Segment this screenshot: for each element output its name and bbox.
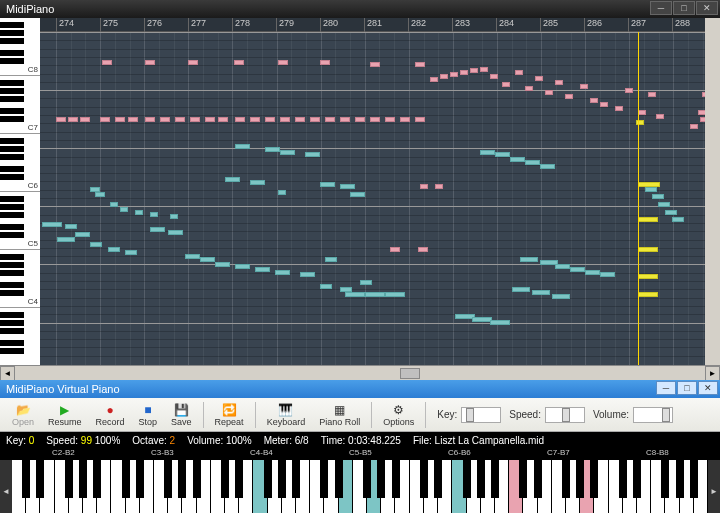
midi-note[interactable] [128,117,138,122]
midi-note[interactable] [440,74,448,79]
midi-note[interactable] [625,88,633,93]
midi-note[interactable] [340,184,355,189]
midi-note[interactable] [472,317,492,322]
midi-note[interactable] [638,217,658,222]
piano-roll-ruler[interactable]: 2742752762772782792802812822832842852862… [40,18,720,32]
close-button[interactable]: ✕ [696,1,718,15]
black-key[interactable] [661,460,669,498]
midi-note[interactable] [532,290,550,295]
midi-note[interactable] [450,72,458,77]
midi-note[interactable] [235,264,250,269]
midi-note[interactable] [600,272,615,277]
options-button[interactable]: ⚙Options [377,401,420,429]
resume-button[interactable]: ▶Resume [42,401,88,429]
midi-note[interactable] [545,90,553,95]
black-key[interactable] [576,460,584,498]
vp-close-button[interactable]: ✕ [698,381,718,395]
midi-note[interactable] [80,117,90,122]
midi-note[interactable] [265,147,280,152]
midi-note[interactable] [278,60,288,65]
midi-note[interactable] [540,164,555,169]
black-key[interactable] [363,460,371,498]
midi-note[interactable] [525,160,540,165]
midi-note[interactable] [68,117,78,122]
midi-note[interactable] [360,280,372,285]
midi-note[interactable] [385,117,395,122]
midi-note[interactable] [150,227,165,232]
midi-note[interactable] [170,214,178,219]
midi-note[interactable] [188,60,198,65]
black-key[interactable] [22,460,30,498]
midi-note[interactable] [385,292,405,297]
midi-note[interactable] [570,267,585,272]
midi-note[interactable] [325,117,335,122]
black-key[interactable] [676,460,684,498]
horizontal-scrollbar[interactable]: ◄ ► [0,365,720,380]
midi-note[interactable] [480,67,488,72]
open-button[interactable]: 📂Open [6,401,40,429]
midi-note[interactable] [365,292,385,297]
midi-note[interactable] [168,230,183,235]
piano-roll-area[interactable]: 2742752762772782792802812822832842852862… [40,18,720,365]
midi-note[interactable] [115,117,125,122]
midi-note[interactable] [325,257,337,262]
midi-note[interactable] [638,182,660,187]
midi-note[interactable] [420,184,428,189]
black-key[interactable] [434,460,442,498]
vp-minimize-button[interactable]: ─ [656,381,676,395]
midi-note[interactable] [638,110,646,115]
stop-button[interactable]: ■Stop [133,401,164,429]
midi-note[interactable] [565,94,573,99]
midi-note[interactable] [435,184,443,189]
midi-note[interactable] [235,117,245,122]
black-key[interactable] [65,460,73,498]
midi-note[interactable] [320,284,332,289]
midi-note[interactable] [512,287,530,292]
midi-note[interactable] [415,117,425,122]
midi-note[interactable] [555,264,570,269]
midi-note[interactable] [135,210,143,215]
midi-note[interactable] [480,150,495,155]
midi-note[interactable] [400,117,410,122]
midi-note[interactable] [555,80,563,85]
midi-note[interactable] [205,117,215,122]
midi-note[interactable] [490,320,510,325]
midi-note[interactable] [345,292,365,297]
key-slider[interactable] [461,407,501,423]
midi-note[interactable] [648,92,656,97]
black-key[interactable] [463,460,471,498]
kb-scroll-left[interactable]: ◄ [0,460,12,513]
midi-note[interactable] [585,270,600,275]
midi-note[interactable] [225,177,240,182]
midi-note[interactable] [185,254,200,259]
kb-scroll-right[interactable]: ► [708,460,720,513]
midi-note[interactable] [57,237,75,242]
black-key[interactable] [420,460,428,498]
midi-note[interactable] [510,157,525,162]
midi-note[interactable] [320,182,335,187]
midi-note[interactable] [580,84,588,89]
midi-note[interactable] [65,224,77,229]
midi-note[interactable] [525,86,533,91]
piano-roll-button[interactable]: ▦Piano Roll [313,401,366,429]
volume-slider[interactable] [633,407,673,423]
midi-note[interactable] [665,210,677,215]
midi-note[interactable] [120,207,128,212]
midi-note[interactable] [108,247,120,252]
midi-note[interactable] [690,124,698,129]
black-key[interactable] [562,460,570,498]
midi-note[interactable] [552,294,570,299]
midi-note[interactable] [495,152,510,157]
vp-maximize-button[interactable]: □ [677,381,697,395]
midi-note[interactable] [42,222,62,227]
midi-note[interactable] [350,192,365,197]
midi-note[interactable] [100,117,110,122]
midi-note[interactable] [190,117,200,122]
midi-note[interactable] [470,68,478,73]
midi-note[interactable] [250,117,260,122]
midi-note[interactable] [638,292,658,297]
midi-note[interactable] [280,150,295,155]
black-key[interactable] [221,460,229,498]
midi-note[interactable] [102,60,112,65]
midi-note[interactable] [145,117,155,122]
